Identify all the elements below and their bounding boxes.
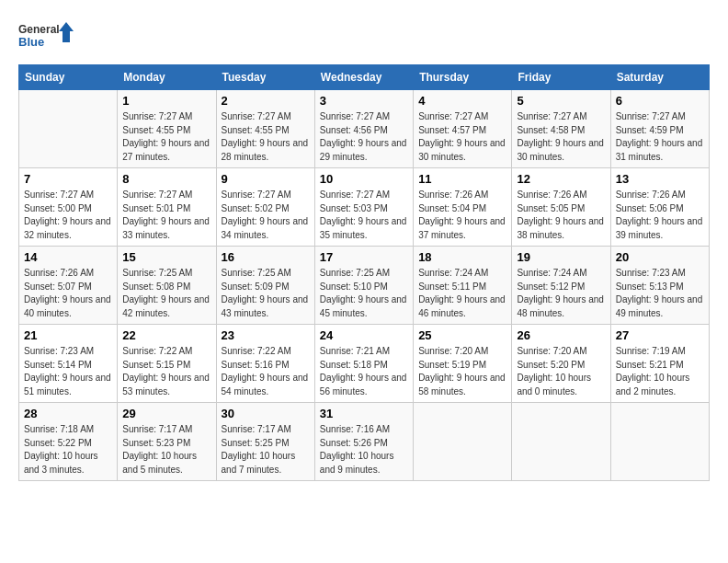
day-details: Sunrise: 7:26 AM Sunset: 5:07 PM Dayligh… [24,267,112,320]
day-details: Sunrise: 7:22 AM Sunset: 5:15 PM Dayligh… [122,345,210,398]
day-details: Sunrise: 7:27 AM Sunset: 4:55 PM Dayligh… [222,110,310,164]
week-row-2: 7Sunrise: 7:27 AM Sunset: 5:00 PM Daylig… [19,168,710,247]
day-details: Sunrise: 7:19 AM Sunset: 5:21 PM Dayligh… [616,345,704,398]
day-number: 15 [122,250,210,264]
day-number: 18 [418,250,506,264]
day-details: Sunrise: 7:27 AM Sunset: 5:02 PM Dayligh… [222,189,310,242]
day-details: Sunrise: 7:25 AM Sunset: 5:10 PM Dayligh… [320,267,408,320]
calendar-cell: 12Sunrise: 7:26 AM Sunset: 5:05 PM Dayli… [512,168,610,247]
calendar-cell: 2Sunrise: 7:27 AM Sunset: 4:55 PM Daylig… [216,90,314,168]
day-number: 4 [418,94,506,108]
day-details: Sunrise: 7:20 AM Sunset: 5:20 PM Dayligh… [517,345,605,398]
day-number: 22 [122,328,210,342]
day-number: 14 [24,250,112,264]
svg-marker-2 [59,22,74,42]
day-number: 19 [517,250,605,264]
day-number: 28 [24,407,112,420]
calendar-cell: 22Sunrise: 7:22 AM Sunset: 5:15 PM Dayli… [118,325,216,403]
calendar-table: SundayMondayTuesdayWednesdayThursdayFrid… [18,64,710,481]
calendar-cell: 29Sunrise: 7:17 AM Sunset: 5:23 PM Dayli… [118,403,216,481]
day-details: Sunrise: 7:21 AM Sunset: 5:18 PM Dayligh… [320,345,408,398]
calendar-cell: 13Sunrise: 7:26 AM Sunset: 5:06 PM Dayli… [610,168,709,247]
day-number: 2 [222,94,310,108]
day-details: Sunrise: 7:27 AM Sunset: 4:59 PM Dayligh… [616,110,704,164]
svg-text:General: General [18,23,60,36]
calendar-cell: 4Sunrise: 7:27 AM Sunset: 4:57 PM Daylig… [414,90,512,168]
header-friday: Friday [512,65,610,90]
day-number: 26 [517,328,605,342]
calendar-cell: 5Sunrise: 7:27 AM Sunset: 4:58 PM Daylig… [512,90,610,168]
header-sunday: Sunday [19,65,118,90]
calendar-cell: 8Sunrise: 7:27 AM Sunset: 5:01 PM Daylig… [118,168,216,247]
day-number: 7 [24,172,112,186]
week-row-3: 14Sunrise: 7:26 AM Sunset: 5:07 PM Dayli… [19,247,710,325]
day-details: Sunrise: 7:27 AM Sunset: 5:03 PM Dayligh… [320,189,408,242]
page-header: General Blue [18,18,710,55]
day-details: Sunrise: 7:16 AM Sunset: 5:26 PM Dayligh… [320,423,408,477]
day-number: 5 [517,94,605,108]
calendar-cell: 24Sunrise: 7:21 AM Sunset: 5:18 PM Dayli… [314,325,413,403]
week-row-1: 1Sunrise: 7:27 AM Sunset: 4:55 PM Daylig… [19,90,710,168]
calendar-cell: 6Sunrise: 7:27 AM Sunset: 4:59 PM Daylig… [610,90,709,168]
calendar-cell: 7Sunrise: 7:27 AM Sunset: 5:00 PM Daylig… [19,168,118,247]
calendar-cell: 26Sunrise: 7:20 AM Sunset: 5:20 PM Dayli… [512,325,610,403]
day-details: Sunrise: 7:26 AM Sunset: 5:04 PM Dayligh… [418,189,506,242]
calendar-cell: 1Sunrise: 7:27 AM Sunset: 4:55 PM Daylig… [118,90,216,168]
calendar-header-row: SundayMondayTuesdayWednesdayThursdayFrid… [19,65,710,90]
day-details: Sunrise: 7:17 AM Sunset: 5:25 PM Dayligh… [222,423,310,477]
day-details: Sunrise: 7:27 AM Sunset: 4:56 PM Dayligh… [320,110,408,164]
header-tuesday: Tuesday [216,65,314,90]
week-row-5: 28Sunrise: 7:18 AM Sunset: 5:22 PM Dayli… [19,403,710,481]
day-number: 9 [222,172,310,186]
day-details: Sunrise: 7:27 AM Sunset: 4:55 PM Dayligh… [122,110,210,164]
day-details: Sunrise: 7:23 AM Sunset: 5:14 PM Dayligh… [24,345,112,398]
calendar-cell [610,403,709,481]
calendar-cell: 15Sunrise: 7:25 AM Sunset: 5:08 PM Dayli… [118,247,216,325]
day-number: 30 [222,407,310,420]
calendar-cell [414,403,512,481]
day-details: Sunrise: 7:18 AM Sunset: 5:22 PM Dayligh… [24,423,112,477]
day-details: Sunrise: 7:26 AM Sunset: 5:05 PM Dayligh… [517,189,605,242]
day-number: 29 [122,407,210,420]
calendar-cell: 23Sunrise: 7:22 AM Sunset: 5:16 PM Dayli… [216,325,314,403]
calendar-cell [512,403,610,481]
calendar-cell: 17Sunrise: 7:25 AM Sunset: 5:10 PM Dayli… [314,247,413,325]
day-number: 10 [320,172,408,186]
day-number: 17 [320,250,408,264]
calendar-cell: 14Sunrise: 7:26 AM Sunset: 5:07 PM Dayli… [19,247,118,325]
day-number: 6 [616,94,704,108]
calendar-cell: 27Sunrise: 7:19 AM Sunset: 5:21 PM Dayli… [610,325,709,403]
week-row-4: 21Sunrise: 7:23 AM Sunset: 5:14 PM Dayli… [19,325,710,403]
day-number: 1 [122,94,210,108]
header-wednesday: Wednesday [314,65,413,90]
calendar-cell: 21Sunrise: 7:23 AM Sunset: 5:14 PM Dayli… [19,325,118,403]
calendar-cell: 31Sunrise: 7:16 AM Sunset: 5:26 PM Dayli… [314,403,413,481]
calendar-cell [19,90,118,168]
day-details: Sunrise: 7:27 AM Sunset: 5:00 PM Dayligh… [24,189,112,242]
calendar-cell: 30Sunrise: 7:17 AM Sunset: 5:25 PM Dayli… [216,403,314,481]
day-number: 3 [320,94,408,108]
day-details: Sunrise: 7:25 AM Sunset: 5:09 PM Dayligh… [222,267,310,320]
svg-text:Blue: Blue [18,35,44,49]
day-number: 16 [222,250,310,264]
day-details: Sunrise: 7:27 AM Sunset: 5:01 PM Dayligh… [122,189,210,242]
logo-icon: General Blue [18,18,74,55]
calendar-cell: 20Sunrise: 7:23 AM Sunset: 5:13 PM Dayli… [610,247,709,325]
day-number: 27 [616,328,704,342]
header-saturday: Saturday [610,65,709,90]
day-details: Sunrise: 7:20 AM Sunset: 5:19 PM Dayligh… [418,345,506,398]
day-number: 8 [122,172,210,186]
day-details: Sunrise: 7:24 AM Sunset: 5:11 PM Dayligh… [418,267,506,320]
day-number: 31 [320,407,408,420]
calendar-cell: 10Sunrise: 7:27 AM Sunset: 5:03 PM Dayli… [314,168,413,247]
day-number: 24 [320,328,408,342]
calendar-cell: 28Sunrise: 7:18 AM Sunset: 5:22 PM Dayli… [19,403,118,481]
day-details: Sunrise: 7:23 AM Sunset: 5:13 PM Dayligh… [616,267,704,320]
day-details: Sunrise: 7:22 AM Sunset: 5:16 PM Dayligh… [222,345,310,398]
day-number: 13 [616,172,704,186]
calendar-cell: 19Sunrise: 7:24 AM Sunset: 5:12 PM Dayli… [512,247,610,325]
day-details: Sunrise: 7:17 AM Sunset: 5:23 PM Dayligh… [122,423,210,477]
calendar-cell: 11Sunrise: 7:26 AM Sunset: 5:04 PM Dayli… [414,168,512,247]
calendar-cell: 9Sunrise: 7:27 AM Sunset: 5:02 PM Daylig… [216,168,314,247]
day-details: Sunrise: 7:27 AM Sunset: 4:57 PM Dayligh… [418,110,506,164]
